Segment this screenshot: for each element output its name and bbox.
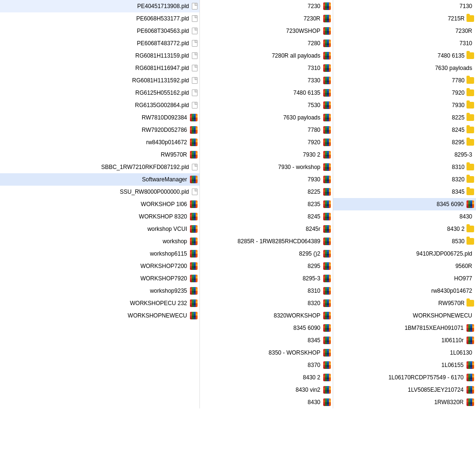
list-item[interactable]: 8245 [200, 210, 333, 223]
list-item[interactable]: 7330 [200, 74, 333, 87]
list-item[interactable]: WORKSHOP7200 [0, 260, 199, 272]
list-item[interactable]: 1l06110r [333, 334, 476, 347]
list-item[interactable]: 8430 2 [200, 371, 333, 384]
list-item[interactable]: PE40451713908.pld [0, 0, 199, 12]
list-item[interactable]: 9560R [333, 260, 476, 272]
list-item[interactable]: rw8430p014672 [333, 285, 476, 297]
list-item[interactable]: 7480 6135 [200, 87, 333, 99]
list-item[interactable]: 7230R [200, 12, 333, 25]
list-item[interactable]: 7920 [333, 87, 476, 99]
list-item[interactable]: RG6135G002864.pld [0, 99, 199, 111]
list-item[interactable]: 8235 [200, 198, 333, 210]
list-item[interactable]: RW7810D092384 [0, 111, 199, 124]
list-item[interactable]: 8370 [200, 359, 333, 371]
list-item[interactable]: 8295-3 [200, 272, 333, 285]
list-item[interactable]: workshop [0, 235, 199, 248]
list-item[interactable]: WORKSHOP 1l06 [0, 198, 199, 210]
list-item[interactable]: RG6081H116947.pld [0, 62, 199, 74]
list-item[interactable]: 7530 [200, 99, 333, 111]
list-item[interactable]: workshop9235 [0, 285, 199, 297]
item-label: RG6081H113159.pld [2, 52, 191, 59]
list-item[interactable]: RG6081H1131592.pld [0, 74, 199, 87]
list-item[interactable]: 8310 [200, 285, 333, 297]
list-item[interactable]: 8345 [333, 186, 476, 198]
list-item[interactable]: 7630 payloads [200, 111, 333, 124]
list-item[interactable]: 7780 [200, 124, 333, 136]
list-item[interactable]: 8345 [200, 334, 333, 347]
list-item[interactable]: 7780 [333, 74, 476, 87]
list-item[interactable]: 8285R - 1RW8285RHCD064389 [200, 235, 333, 248]
list-item[interactable]: 7310 [333, 37, 476, 50]
list-item[interactable]: 1RW8320R [333, 396, 476, 408]
list-item[interactable]: rw8430p014672 [0, 136, 199, 149]
multi-color-icon [323, 238, 331, 245]
list-item[interactable]: 8320 [200, 297, 333, 309]
list-item[interactable]: SBBC_1RW7210RKFD087192.pld [0, 161, 199, 173]
list-item[interactable]: 7930 - workshop [200, 161, 333, 173]
multi-color-icon [190, 262, 198, 270]
list-item[interactable]: 7930 2 [200, 149, 333, 161]
list-item[interactable]: 8225 [200, 186, 333, 198]
list-item[interactable]: SoftwareManager [0, 173, 199, 186]
list-item[interactable]: HO977 [333, 272, 476, 285]
list-item[interactable]: 7215R [333, 12, 476, 25]
folder-icon [466, 238, 474, 245]
list-item[interactable]: 8295 ()2 [200, 248, 333, 260]
list-item[interactable]: 1L06155 [333, 359, 476, 371]
list-item[interactable]: workshop6115 [0, 248, 199, 260]
list-item[interactable]: 7930 [333, 99, 476, 111]
list-item[interactable]: PE6068T483772.pld [0, 37, 199, 50]
list-item[interactable]: WORKSHOPNEWECU [0, 309, 199, 322]
list-item[interactable]: RW7920D052786 [0, 124, 199, 136]
list-item[interactable]: 8430 [200, 396, 333, 408]
list-item[interactable]: WORKSHOP7920 [0, 272, 199, 285]
list-item[interactable]: 8310 [333, 161, 476, 173]
list-item[interactable]: 1BM7815XEAH091071 [333, 322, 476, 334]
list-item[interactable]: 8350 - WORSKHOP [200, 347, 333, 359]
list-item[interactable]: 8295 [333, 136, 476, 149]
list-item[interactable]: 7230 [200, 0, 333, 12]
list-item[interactable]: 7480 6135 [333, 50, 476, 62]
list-item[interactable]: 7630 payloads [333, 62, 476, 74]
list-item[interactable]: SSU_RW8000P000000.pld [0, 186, 199, 198]
list-item[interactable]: 7280R all payloads [200, 50, 333, 62]
list-item[interactable]: 8320 [333, 173, 476, 186]
list-item[interactable]: 7310 [200, 62, 333, 74]
list-item[interactable]: 7230WSHOP [200, 25, 333, 37]
list-item[interactable]: 8530 [333, 235, 476, 248]
list-item[interactable]: WORKSHOPECU 232 [0, 297, 199, 309]
list-item[interactable]: PE6068T304563.pld [0, 25, 199, 37]
list-item[interactable]: 8430 [333, 210, 476, 223]
list-item[interactable]: 8345 6090 [333, 198, 476, 210]
list-item[interactable]: WORKSHOPNEWECU [333, 309, 476, 322]
list-item[interactable]: 8295 [200, 260, 333, 272]
list-item[interactable]: 8430 2 [333, 223, 476, 235]
list-item[interactable]: 7930 [200, 173, 333, 186]
list-item[interactable]: 7130 [333, 0, 476, 12]
item-label: 7780 [202, 127, 322, 133]
list-item[interactable]: 8345 6090 [200, 322, 333, 334]
list-item[interactable]: 7280 [200, 37, 333, 50]
list-item[interactable]: PE6068H533177.pld [0, 12, 199, 25]
file-icon [192, 65, 198, 71]
list-item[interactable]: RG6125H055162.pld [0, 87, 199, 99]
list-item[interactable]: 8225 [333, 111, 476, 124]
list-item[interactable]: RW9570R [0, 149, 199, 161]
list-item[interactable]: WORKSHOP 8320 [0, 210, 199, 223]
list-item[interactable]: 8245r [200, 223, 333, 235]
list-item[interactable]: 7230R [333, 25, 476, 37]
list-item[interactable]: 7920 [200, 136, 333, 149]
file-icon [192, 3, 198, 10]
list-item[interactable]: 8295-3 [333, 149, 476, 161]
list-item[interactable]: 1LV5085EJEY210724 [333, 384, 476, 396]
multi-color-icon [323, 188, 331, 196]
list-item[interactable]: 8245 [333, 124, 476, 136]
list-item[interactable]: 8430 vin2 [200, 384, 333, 396]
list-item[interactable]: RG6081H113159.pld [0, 50, 199, 62]
list-item[interactable]: 1L06130 [333, 347, 476, 359]
list-item[interactable]: 1L06170RCDP757549 - 6170 [333, 371, 476, 384]
list-item[interactable]: workshop VCUI [0, 223, 199, 235]
list-item[interactable]: 8320WORKSHOP [200, 309, 333, 322]
list-item[interactable]: 9410RJDP006725.pld [333, 248, 476, 260]
list-item[interactable]: RW9570R [333, 297, 476, 309]
